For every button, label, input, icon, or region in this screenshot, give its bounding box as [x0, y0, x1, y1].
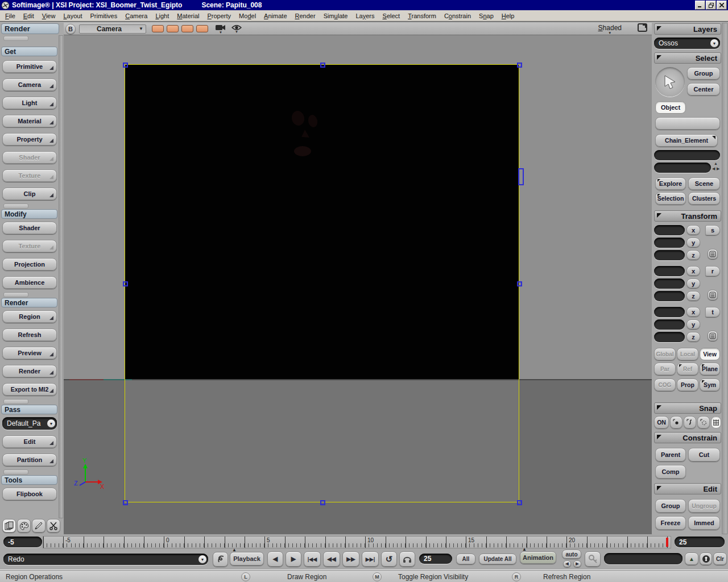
menu-constrain[interactable]: Constrain — [441, 11, 476, 20]
ref-mode-par-button[interactable]: Par — [654, 363, 676, 375]
scale-y-toggle[interactable]: y — [686, 238, 700, 247]
render-region-button[interactable]: Region — [2, 310, 57, 323]
menu-material[interactable]: Material — [174, 11, 204, 20]
keyable-parameters-field[interactable] — [604, 553, 682, 564]
menu-snap[interactable]: Snap — [476, 11, 499, 20]
region-edge-marker[interactable] — [518, 168, 524, 185]
menu-primitives[interactable]: Primitives — [87, 11, 122, 20]
translate-x-field[interactable] — [654, 307, 685, 317]
all-button[interactable]: All — [456, 554, 475, 564]
section-header-get[interactable]: Get — [1, 47, 57, 56]
rotate-x-field[interactable] — [654, 266, 685, 276]
go-to-end-button[interactable]: ▶▶| — [362, 551, 379, 567]
display-mode-selector[interactable]: Shaded ▼ — [598, 24, 622, 34]
paint-tool-button[interactable] — [32, 519, 46, 533]
render-refresh-button[interactable]: Refresh — [2, 329, 57, 341]
section-header-modify[interactable]: Modify — [1, 209, 57, 219]
get-material-button[interactable]: Material — [2, 115, 57, 127]
select-center-button[interactable]: Center — [687, 83, 720, 95]
modify-texture-button[interactable]: Texture — [2, 240, 57, 252]
panel-scrollbar[interactable] — [722, 23, 727, 534]
constrain-parent-button[interactable]: Parent — [655, 448, 686, 462]
close-button[interactable] — [717, 1, 727, 10]
translate-options-button[interactable] — [708, 331, 718, 341]
selection-button[interactable]: Selection — [655, 192, 686, 205]
menu-render[interactable]: Render — [292, 11, 321, 20]
menu-file[interactable]: File — [2, 11, 20, 20]
render-render-button[interactable]: Render — [2, 365, 57, 377]
get-light-button[interactable]: Light — [2, 97, 57, 109]
camera-view-menu[interactable]: ▼ — [216, 24, 226, 34]
ref-mode-local-button[interactable]: Local — [677, 348, 698, 360]
selection-spinner[interactable]: ▲ ◀ ▶ — [712, 161, 721, 174]
layer-selector-dropdown[interactable]: Ossos ▼ — [654, 38, 720, 49]
snap-curve-button[interactable] — [684, 416, 696, 429]
ref-mode-plane-button[interactable]: Plane — [700, 363, 720, 375]
menu-model[interactable]: Model — [236, 11, 261, 20]
scale-z-toggle[interactable]: z — [686, 250, 700, 260]
start-frame-field[interactable]: -5 — [3, 537, 42, 547]
section-header-render[interactable]: Render — [1, 298, 57, 307]
section-header-pass[interactable]: Pass — [1, 405, 57, 414]
rotate-mode-button[interactable]: r — [705, 266, 720, 276]
update-all-button[interactable]: Update All — [479, 554, 516, 564]
get-texture-button[interactable]: Texture — [2, 169, 57, 182]
save-key-button[interactable] — [700, 552, 712, 565]
translate-y-toggle[interactable]: y — [686, 319, 700, 329]
scale-mode-button[interactable]: s — [705, 225, 720, 235]
restore-button[interactable] — [706, 1, 716, 10]
get-property-button[interactable]: Property — [2, 133, 57, 146]
visibility-menu[interactable]: ▼ — [231, 24, 242, 33]
viewport-camera-selector[interactable]: Camera ▼ — [79, 24, 146, 34]
translate-y-field[interactable] — [654, 319, 685, 330]
ref-mode-global-button[interactable]: Global — [654, 348, 676, 360]
menu-simulate[interactable]: Simulate — [321, 11, 353, 20]
menu-select[interactable]: Select — [380, 11, 406, 20]
edit-group-button[interactable]: Group — [655, 499, 686, 513]
modify-projection-button[interactable]: Projection — [2, 258, 57, 271]
rotate-x-toggle[interactable]: x — [686, 266, 700, 276]
cog-button[interactable]: COG — [654, 379, 676, 391]
snap-boundary-button[interactable] — [697, 416, 710, 429]
frame-back-button[interactable]: ◀ — [267, 551, 283, 567]
go-to-start-button[interactable]: |◀◀ — [304, 551, 321, 567]
selection-name-field[interactable] — [654, 150, 720, 160]
tools-flipbook-button[interactable]: Flipbook — [2, 488, 57, 500]
region-handle-top-right[interactable] — [517, 63, 522, 68]
get-clip-button[interactable]: Clip — [2, 188, 57, 200]
palette-button[interactable] — [17, 519, 31, 533]
solo-view-button[interactable] — [638, 23, 647, 34]
memo-cam-2[interactable] — [167, 25, 179, 32]
title-bar[interactable]: Softimage® | XSI Project: XSI_Boomer_Twi… — [0, 0, 728, 10]
snap-on-button[interactable]: ON — [654, 416, 669, 429]
end-frame-field[interactable]: 25 — [675, 537, 725, 547]
menu-help[interactable]: Help — [499, 11, 520, 20]
constrain-cut-button[interactable]: Cut — [688, 448, 720, 462]
region-handle-mid-left[interactable] — [123, 281, 128, 286]
menu-property[interactable]: Property — [204, 11, 236, 20]
timeline-options-button[interactable] — [213, 552, 228, 567]
snap-grid-button[interactable] — [711, 416, 721, 429]
menu-view[interactable]: View — [39, 11, 61, 20]
pass-selector-dropdown[interactable]: Default_Pa ▼ — [2, 417, 57, 430]
animation-button[interactable]: Animation — [520, 551, 556, 564]
playback-button[interactable]: Playback — [230, 552, 264, 566]
select-group-button[interactable]: Group — [687, 67, 720, 80]
translate-z-toggle[interactable]: z — [686, 332, 700, 342]
ref-mode-view-button[interactable]: View — [700, 348, 720, 360]
ref-mode-ref-button[interactable]: Ref — [677, 363, 698, 375]
viewport-b-button[interactable]: B — [65, 24, 76, 34]
edit-ungroup-button[interactable]: Ungroup — [688, 499, 720, 513]
panel-header-edit[interactable]: Edit — [654, 483, 721, 494]
region-handle-top-mid[interactable] — [320, 63, 325, 68]
menu-camera[interactable]: Camera — [122, 11, 152, 20]
selection-filter-field[interactable] — [654, 163, 711, 173]
select-object-button[interactable]: Object — [655, 101, 686, 114]
cut-tool-button[interactable] — [47, 519, 60, 533]
menu-edit[interactable]: Edit — [20, 11, 39, 20]
loop-button[interactable]: ↺ — [381, 551, 397, 567]
current-frame-field[interactable]: 25 — [419, 554, 452, 564]
layer-view-button[interactable] — [2, 519, 16, 533]
constrain-comp-button[interactable]: Comp — [655, 465, 686, 479]
clear-key-button[interactable]: Clr — [713, 552, 727, 565]
